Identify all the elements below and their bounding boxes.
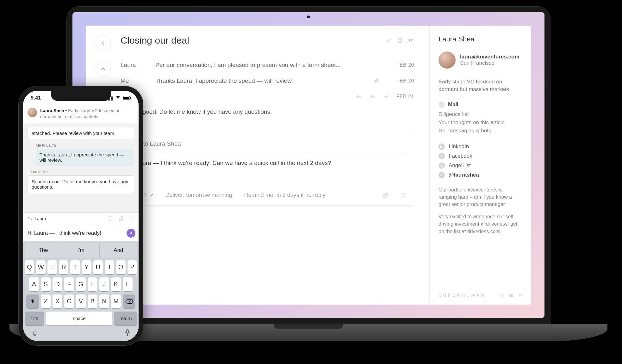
- social-linkedin[interactable]: inLinkedIn: [439, 142, 522, 151]
- key-x[interactable]: X: [53, 294, 62, 308]
- trash-icon[interactable]: [401, 192, 406, 198]
- key-b[interactable]: B: [88, 294, 97, 308]
- contact-sidebar: Laura Shea laura@uxventures.com San Fran…: [429, 26, 531, 305]
- angellist-icon: A: [439, 162, 445, 169]
- social-links: inLinkedIn fFacebook AAngelList t@lauras…: [439, 142, 522, 180]
- draft-to: to Laura Shea: [141, 140, 181, 147]
- thread-main: Closing our deal Laura Per our conversat…: [121, 26, 429, 305]
- back-button[interactable]: [96, 35, 111, 50]
- twitter-icon: t: [439, 172, 445, 178]
- avatar: [439, 52, 456, 69]
- phone-frame: 9:41 ▮▮▮▮ Laura Shea • Early stage VC fo…: [18, 86, 143, 346]
- backspace-icon: [126, 299, 133, 304]
- avatar: [28, 108, 37, 117]
- key-g[interactable]: G: [76, 277, 86, 291]
- key-q[interactable]: Q: [25, 260, 34, 274]
- thread-subject: Closing our deal: [121, 35, 189, 46]
- backspace-key[interactable]: [123, 294, 135, 308]
- key-z[interactable]: Z: [41, 294, 51, 308]
- key-u[interactable]: U: [93, 260, 103, 274]
- key-n[interactable]: N: [99, 294, 109, 308]
- compose-input[interactable]: Hi Laura — I think we're ready!: [28, 230, 101, 236]
- laptop-camera: [307, 15, 310, 18]
- message-row[interactable]: Me Thanks Laura, I appreciate the speed …: [121, 73, 414, 89]
- contact-bio: Early stage VC focused on dormant but ma…: [439, 78, 522, 93]
- key-w[interactable]: W: [36, 260, 46, 274]
- mail-item[interactable]: Diligence list: [439, 110, 522, 118]
- feedback-icon[interactable]: ◻: [500, 293, 504, 298]
- key-t[interactable]: T: [70, 260, 80, 274]
- phone-thread[interactable]: attached. Please review with your team. …: [23, 124, 139, 212]
- keyboard-row-3: Z X C V B N M: [25, 294, 137, 308]
- settings-icon[interactable]: ⚙: [518, 293, 522, 298]
- linkedin-icon: in: [439, 143, 445, 150]
- key-j[interactable]: J: [99, 277, 109, 291]
- brand-footer: SUPERHUMAN ◻ ▦ ⚙: [439, 293, 522, 298]
- outgoing-message[interactable]: Thanks Laura, I appreciate the speed — w…: [36, 149, 134, 166]
- collapse-button[interactable]: [96, 62, 111, 77]
- braces-icon[interactable]: { }: [109, 216, 113, 221]
- contact-location: San Francisco: [460, 60, 519, 66]
- key-i[interactable]: I: [105, 260, 114, 274]
- keyboard-row-1: Q W E R T Y U I O P: [25, 260, 137, 274]
- incoming-message[interactable]: Sounds good. Do let me know if you have …: [28, 175, 134, 193]
- shift-icon: [30, 299, 35, 304]
- social-angellist[interactable]: AAngelList: [439, 161, 522, 170]
- mail-item[interactable]: Your thoughts on this article: [439, 118, 522, 127]
- deliver-option[interactable]: Deliver: tomorrow morning: [165, 192, 232, 198]
- suggestion[interactable]: The: [25, 243, 62, 257]
- compose-body[interactable]: Hi Laura — I think we're ready! Can we h…: [128, 160, 406, 179]
- key-f[interactable]: F: [64, 277, 74, 291]
- to-row[interactable]: To: Laura { } ⛶: [23, 213, 139, 225]
- emoji-key[interactable]: ☺: [32, 329, 39, 337]
- key-h[interactable]: H: [88, 277, 97, 291]
- phone-contact-header[interactable]: Laura Shea • Early stage VC focused on d…: [23, 105, 139, 124]
- space-key[interactable]: space: [46, 312, 112, 325]
- message-row[interactable]: Laura Per our conversation, I am pleased…: [121, 57, 414, 73]
- message-date: FEB 20: [396, 78, 414, 84]
- wifi-icon: [115, 96, 121, 100]
- mail-item[interactable]: Re: messaging & bots: [439, 127, 522, 135]
- svg-rect-2: [123, 97, 129, 100]
- numbers-key[interactable]: 123: [25, 312, 44, 325]
- social-facebook[interactable]: fFacebook: [439, 151, 522, 161]
- tweet: Very excited to announce our self-drivin…: [439, 213, 522, 235]
- key-o[interactable]: O: [116, 260, 126, 274]
- snooze-icon[interactable]: [397, 38, 403, 43]
- social-twitter[interactable]: t@laurashea: [439, 170, 522, 180]
- dictation-key[interactable]: [125, 329, 130, 337]
- key-m[interactable]: M: [111, 294, 121, 308]
- message-expanded: Laura FEB 21 Sounds good. Do let me know…: [121, 89, 414, 123]
- calendar-icon[interactable]: ▦: [509, 293, 513, 298]
- attachment-icon[interactable]: [382, 192, 389, 198]
- key-l[interactable]: L: [123, 277, 133, 291]
- key-r[interactable]: R: [59, 260, 68, 274]
- archive-icon[interactable]: [408, 38, 414, 43]
- reply-all-icon[interactable]: [369, 94, 376, 100]
- suggestion[interactable]: And: [100, 243, 137, 257]
- send-button[interactable]: [127, 229, 135, 238]
- return-key[interactable]: return: [114, 312, 137, 325]
- expand-icon[interactable]: ⛶: [130, 216, 134, 221]
- remind-option[interactable]: Remind me: in 2 days if no reply: [244, 192, 326, 198]
- key-d[interactable]: D: [53, 277, 62, 291]
- key-s[interactable]: S: [41, 277, 51, 291]
- facebook-icon: f: [439, 153, 445, 159]
- attachment-icon[interactable]: [118, 216, 124, 221]
- phone-notch: [51, 91, 111, 101]
- key-k[interactable]: K: [111, 277, 121, 291]
- mark-done-icon[interactable]: [386, 38, 391, 43]
- key-a[interactable]: A: [29, 277, 39, 291]
- key-p[interactable]: P: [128, 260, 137, 274]
- reply-icon[interactable]: [356, 94, 362, 100]
- mail-icon: [439, 101, 445, 108]
- key-e[interactable]: E: [47, 260, 57, 274]
- key-y[interactable]: Y: [82, 260, 91, 274]
- forward-icon[interactable]: [383, 94, 389, 100]
- shift-key[interactable]: [26, 294, 39, 308]
- suggestion[interactable]: I'm: [62, 243, 100, 257]
- key-v[interactable]: V: [76, 294, 86, 308]
- incoming-message[interactable]: attached. Please review with your team.: [28, 127, 134, 139]
- laptop-hinge-notch: [274, 324, 343, 329]
- key-c[interactable]: C: [64, 294, 74, 308]
